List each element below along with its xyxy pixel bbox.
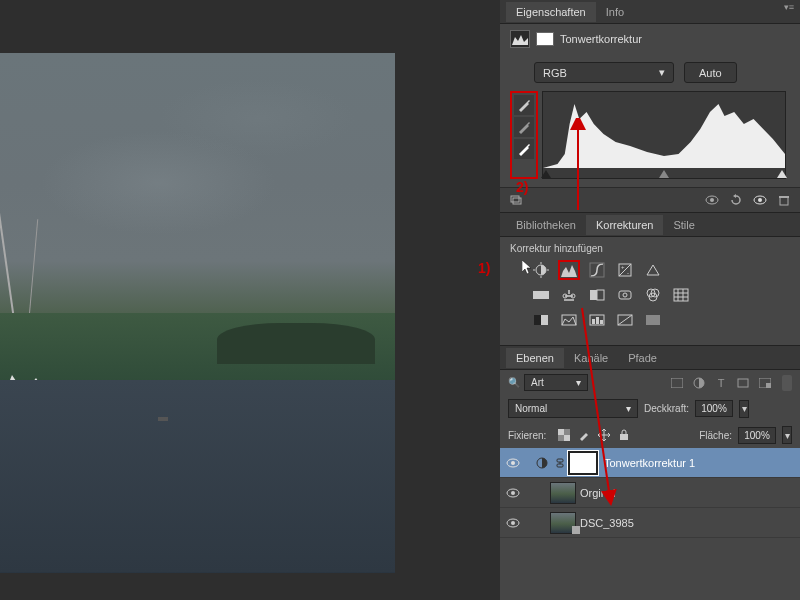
threshold-icon[interactable] — [586, 310, 608, 330]
highlights-slider[interactable] — [777, 170, 787, 178]
svg-rect-45 — [766, 383, 771, 388]
layer-row[interactable]: Orginal — [500, 478, 800, 508]
filter-adjustment-icon[interactable] — [690, 375, 708, 391]
svg-rect-27 — [674, 289, 688, 301]
fill-flyout[interactable]: ▾ — [782, 426, 792, 444]
lock-all-icon[interactable] — [616, 427, 632, 443]
canvas-area — [0, 0, 500, 600]
layer-row[interactable]: DSC_3985 — [500, 508, 800, 538]
layer-thumb[interactable] — [550, 482, 576, 504]
document-image[interactable] — [0, 53, 395, 573]
gradient-map-icon[interactable] — [614, 310, 636, 330]
shadows-slider[interactable] — [541, 170, 551, 178]
filter-pixel-icon[interactable] — [668, 375, 686, 391]
vibrance-icon[interactable] — [642, 260, 664, 280]
white-point-eyedropper[interactable] — [514, 139, 534, 159]
fill-input[interactable]: 100% — [738, 427, 776, 444]
layer-name[interactable]: Tonwertkorrektur 1 — [604, 457, 695, 469]
posterize-icon[interactable] — [558, 310, 580, 330]
mask-icon[interactable] — [536, 32, 554, 46]
mask-link-icon[interactable] — [554, 457, 566, 469]
svg-text:-: - — [627, 270, 629, 276]
opacity-input[interactable]: 100% — [695, 400, 733, 417]
tab-paths[interactable]: Pfade — [618, 348, 667, 368]
reset-icon[interactable] — [728, 192, 744, 208]
svg-rect-6 — [780, 197, 788, 205]
search-icon[interactable]: 🔍 — [508, 377, 520, 388]
hue-saturation-icon[interactable] — [530, 285, 552, 305]
filter-smart-icon[interactable] — [756, 375, 774, 391]
selective-color-icon[interactable] — [642, 310, 664, 330]
lock-transparency-icon[interactable] — [556, 427, 572, 443]
svg-rect-21 — [597, 290, 604, 300]
tab-adjustments[interactable]: Korrekturen — [586, 215, 663, 235]
channel-mixer-icon[interactable] — [642, 285, 664, 305]
opacity-flyout[interactable]: ▾ — [739, 400, 749, 418]
layer-name[interactable]: DSC_3985 — [580, 517, 634, 529]
svg-rect-43 — [738, 379, 748, 387]
svg-rect-17 — [533, 291, 549, 299]
filter-kind-dropdown[interactable]: Art▾ — [524, 374, 588, 391]
layer-row-adjustment[interactable]: Tonwertkorrektur 1 — [500, 448, 800, 478]
filter-shape-icon[interactable] — [734, 375, 752, 391]
svg-point-52 — [511, 461, 515, 465]
filter-type-icon[interactable]: T — [712, 375, 730, 391]
delete-icon[interactable] — [776, 192, 792, 208]
visibility-toggle[interactable] — [504, 514, 522, 532]
gray-point-eyedropper[interactable] — [514, 117, 534, 137]
layer-mask-thumb[interactable] — [568, 451, 598, 475]
panel-menu-icon[interactable]: ▾≡ — [784, 2, 794, 12]
tab-properties[interactable]: Eigenschaften — [506, 2, 596, 22]
svg-rect-50 — [620, 434, 628, 440]
svg-rect-20 — [590, 290, 597, 300]
adjustment-thumb[interactable] — [534, 456, 550, 470]
exposure-icon[interactable]: +- — [614, 260, 636, 280]
smart-object-badge — [572, 526, 580, 534]
properties-panel: Eigenschaften Info Tonwertkorrektur RGB … — [500, 0, 800, 213]
opacity-label: Deckkraft: — [644, 403, 689, 414]
auto-button[interactable]: Auto — [684, 62, 737, 83]
svg-rect-48 — [564, 429, 570, 435]
invert-icon[interactable] — [530, 310, 552, 330]
svg-text:+: + — [621, 264, 625, 270]
tab-layers[interactable]: Ebenen — [506, 348, 564, 368]
tab-libraries[interactable]: Bibliotheken — [506, 215, 586, 235]
svg-rect-38 — [600, 320, 603, 324]
svg-point-60 — [511, 521, 515, 525]
levels-icon[interactable] — [558, 260, 580, 280]
svg-rect-54 — [557, 459, 563, 462]
histogram[interactable] — [542, 91, 786, 179]
lock-pixels-icon[interactable] — [576, 427, 592, 443]
visibility-toggle[interactable] — [504, 454, 522, 472]
filter-toggle[interactable] — [782, 375, 792, 391]
svg-rect-40 — [646, 315, 660, 325]
black-white-icon[interactable] — [586, 285, 608, 305]
layer-name[interactable]: Orginal — [580, 487, 615, 499]
svg-rect-33 — [541, 315, 548, 325]
view-previous-icon[interactable] — [704, 192, 720, 208]
black-point-eyedropper[interactable] — [514, 95, 534, 115]
svg-rect-22 — [619, 291, 631, 299]
svg-point-3 — [710, 198, 714, 202]
midtones-slider[interactable] — [659, 170, 669, 178]
svg-rect-32 — [534, 315, 541, 325]
photo-filter-icon[interactable] — [614, 285, 636, 305]
fill-label: Fläche: — [699, 430, 732, 441]
tab-styles[interactable]: Stile — [663, 215, 704, 235]
levels-adjustment-icon[interactable] — [510, 30, 530, 48]
tab-info[interactable]: Info — [596, 2, 634, 22]
svg-rect-1 — [513, 198, 521, 204]
svg-rect-41 — [671, 378, 683, 388]
toggle-visibility-icon[interactable] — [752, 192, 768, 208]
channel-dropdown[interactable]: RGB ▾ — [534, 62, 674, 83]
curves-icon[interactable] — [586, 260, 608, 280]
svg-rect-0 — [511, 196, 519, 202]
lock-position-icon[interactable] — [596, 427, 612, 443]
color-lookup-icon[interactable] — [670, 285, 692, 305]
blend-mode-dropdown[interactable]: Normal▾ — [508, 399, 638, 418]
brightness-contrast-icon[interactable] — [530, 260, 552, 280]
visibility-toggle[interactable] — [504, 484, 522, 502]
svg-point-58 — [511, 491, 515, 495]
tab-channels[interactable]: Kanäle — [564, 348, 618, 368]
color-balance-icon[interactable] — [558, 285, 580, 305]
